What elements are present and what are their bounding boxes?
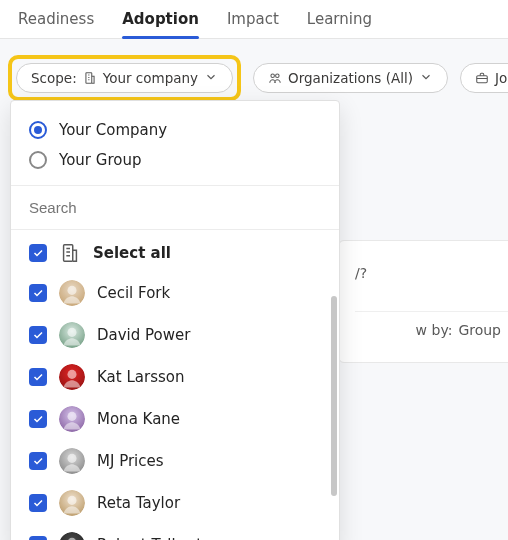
svg-point-2 <box>276 74 280 78</box>
svg-point-10 <box>67 370 76 379</box>
person-row[interactable]: Robert Tolbert <box>11 524 339 540</box>
main-tabs: Readiness Adoption Impact Learning <box>0 0 508 39</box>
tab-impact[interactable]: Impact <box>227 10 279 38</box>
person-name: Kat Larsson <box>97 368 184 386</box>
chevron-down-icon <box>419 70 433 84</box>
building-icon <box>59 242 81 264</box>
select-all-label: Select all <box>93 244 171 262</box>
checkbox-checked <box>29 410 47 428</box>
scope-radio-group: Your Company Your Group <box>11 101 339 185</box>
scope-filter-pill[interactable]: Scope: Your company <box>16 63 233 93</box>
svg-point-12 <box>67 412 76 421</box>
view-by-control[interactable]: w by: Group <box>355 311 508 338</box>
checkbox-checked <box>29 368 47 386</box>
jobfunction-filter-pill[interactable]: Job function (All) <box>460 63 508 93</box>
avatar <box>59 490 85 516</box>
bg-question-text: /? <box>355 265 508 311</box>
viewby-label: w by: <box>416 322 453 338</box>
radio-indicator <box>29 151 47 169</box>
svg-rect-0 <box>86 73 92 84</box>
avatar <box>59 448 85 474</box>
background-panel: /? w by: Group <box>338 240 508 363</box>
avatar <box>59 280 85 306</box>
scope-value: Your company <box>103 70 198 86</box>
radio-label: Your Company <box>59 121 167 139</box>
briefcase-icon <box>475 71 489 85</box>
select-all-row[interactable]: Select all <box>11 234 339 272</box>
person-row[interactable]: Reta Taylor <box>11 482 339 524</box>
check-icon <box>32 455 44 467</box>
person-name: Robert Tolbert <box>97 536 202 540</box>
person-row[interactable]: Cecil Fork <box>11 272 339 314</box>
radio-indicator <box>29 121 47 139</box>
search-input[interactable] <box>29 199 321 216</box>
check-icon <box>32 371 44 383</box>
checkbox-checked <box>29 452 47 470</box>
chevron-down-icon <box>204 70 218 84</box>
svg-point-16 <box>67 496 76 505</box>
orgs-label: Organizations (All) <box>288 70 413 86</box>
check-icon <box>32 287 44 299</box>
checkbox-checked <box>29 326 47 344</box>
avatar <box>59 532 85 540</box>
person-name: Mona Kane <box>97 410 180 428</box>
avatar <box>59 406 85 432</box>
person-row[interactable]: Kat Larsson <box>11 356 339 398</box>
building-icon <box>83 71 97 85</box>
checkbox-checked <box>29 536 47 540</box>
checkbox-checked <box>29 494 47 512</box>
svg-point-6 <box>67 286 76 295</box>
viewby-value: Group <box>458 322 501 338</box>
avatar <box>59 364 85 390</box>
avatar <box>59 322 85 348</box>
svg-rect-4 <box>64 245 73 262</box>
person-row[interactable]: Mona Kane <box>11 398 339 440</box>
person-row[interactable]: MJ Prices <box>11 440 339 482</box>
svg-point-14 <box>67 454 76 463</box>
scope-prefix: Scope: <box>31 70 77 86</box>
svg-point-8 <box>67 328 76 337</box>
scope-highlight: Scope: Your company <box>8 55 241 101</box>
scope-search <box>11 185 339 230</box>
tab-readiness[interactable]: Readiness <box>18 10 94 38</box>
jobfn-label: Job function (All) <box>495 70 508 86</box>
radio-label: Your Group <box>59 151 141 169</box>
tab-adoption[interactable]: Adoption <box>122 10 199 38</box>
check-icon <box>32 247 44 259</box>
organizations-filter-pill[interactable]: Organizations (All) <box>253 63 448 93</box>
people-list: Select all Cecil ForkDavid PowerKat Lars… <box>11 230 339 540</box>
checkbox-checked <box>29 284 47 302</box>
svg-rect-3 <box>477 76 488 83</box>
check-icon <box>32 413 44 425</box>
check-icon <box>32 497 44 509</box>
person-name: MJ Prices <box>97 452 164 470</box>
person-name: David Power <box>97 326 190 344</box>
people-list-scroll[interactable]: Select all Cecil ForkDavid PowerKat Lars… <box>11 230 339 540</box>
checkbox-checked <box>29 244 47 262</box>
person-row[interactable]: David Power <box>11 314 339 356</box>
person-name: Reta Taylor <box>97 494 180 512</box>
radio-your-group[interactable]: Your Group <box>29 145 321 175</box>
check-icon <box>32 329 44 341</box>
scope-dropdown-panel: Your Company Your Group Select all Cecil… <box>10 100 340 540</box>
radio-your-company[interactable]: Your Company <box>29 115 321 145</box>
org-icon <box>268 71 282 85</box>
svg-point-1 <box>271 74 275 78</box>
person-name: Cecil Fork <box>97 284 170 302</box>
tab-learning[interactable]: Learning <box>307 10 372 38</box>
